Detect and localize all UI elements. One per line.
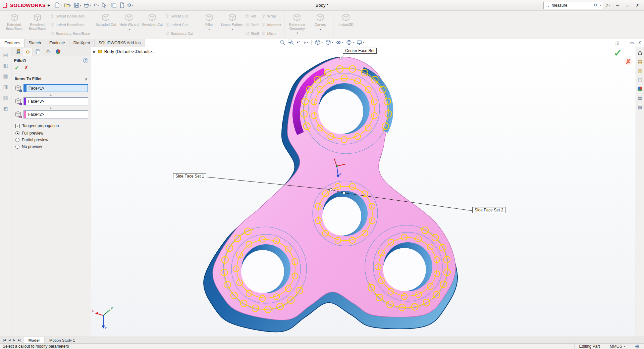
tab-motion-study-1[interactable]: Motion Study 1 — [45, 337, 80, 343]
edit-appearance-button[interactable]: ▾ — [346, 40, 354, 45]
items-to-fillet-header[interactable]: Items To Fillet ∧ — [11, 73, 91, 83]
shell-button[interactable]: Shell — [244, 31, 260, 36]
open-button[interactable]: ▾ — [63, 2, 72, 9]
partial-preview-radio[interactable] — [15, 138, 19, 142]
tab-model[interactable]: Model — [24, 337, 45, 343]
model-canvas[interactable]: zxyz — [91, 47, 636, 337]
tab-evaluate[interactable]: Evaluate — [45, 39, 69, 47]
left-tool-icon-5[interactable]: ▥ — [3, 95, 8, 101]
tile-windows-icon[interactable]: ◱ — [615, 40, 619, 46]
hole-wizard-button[interactable]: Hole Wizard▾ — [118, 11, 140, 39]
appearances-button[interactable] — [637, 86, 643, 92]
display-style-button[interactable]: ▾ — [325, 40, 333, 45]
minimize-button[interactable]: ─ — [613, 2, 622, 9]
file-properties-button[interactable] — [118, 2, 125, 9]
graphics-viewport[interactable]: zxyz ▶ Body (Default<<Default>... Center… — [91, 47, 636, 337]
revolved-cut-button[interactable]: Revolved Cut — [141, 11, 163, 39]
instant3d-button[interactable]: Instant3D — [335, 11, 357, 39]
callout-side-face-set-2[interactable]: Side Face Set 2 — [472, 207, 505, 213]
tangent-propagation-row[interactable]: ✓ Tangent propagation — [11, 119, 91, 130]
tab-dimxpert[interactable]: DimXpert — [69, 39, 95, 47]
fillet-button[interactable]: Fillet▾ — [198, 11, 220, 39]
view-settings-button[interactable]: ▾ — [357, 40, 364, 45]
next-tab-button[interactable]: ▶ — [12, 339, 16, 342]
zoom-to-area-button[interactable] — [288, 40, 294, 45]
menu-flyout-arrow[interactable]: ▶ — [48, 3, 50, 7]
checkbox-checked-icon[interactable]: ✓ — [15, 124, 20, 128]
custom-properties-button[interactable]: ▦ — [637, 95, 643, 101]
partial-preview-radio-row[interactable]: Partial preview — [11, 136, 91, 143]
restore-button[interactable]: ▭ — [623, 2, 632, 9]
expand-arrow-icon[interactable]: ▶ — [93, 50, 96, 53]
linear-pattern-button[interactable]: Linear Pattern▾ — [221, 11, 243, 39]
ok-button[interactable]: ✓ — [15, 65, 19, 71]
search-caret[interactable]: ▾ — [600, 4, 601, 7]
file-explorer-button[interactable]: ▥ — [637, 68, 643, 73]
confirmation-cancel-icon[interactable]: ✗ — [624, 58, 633, 66]
confirmation-ok-icon[interactable]: ✓ — [614, 47, 622, 59]
extruded-cut-button[interactable]: Extruded Cut — [95, 11, 117, 39]
tab-sketch[interactable]: Sketch — [24, 39, 45, 47]
face-selection-field-3[interactable]: Face<2> — [23, 110, 88, 118]
save-button[interactable]: ▾ — [73, 2, 82, 9]
left-tool-icon-6[interactable]: ◩ — [3, 105, 8, 111]
callout-side-face-set-1[interactable]: Side Face Set 1 — [173, 173, 206, 179]
displaymanager-tab[interactable] — [53, 48, 63, 56]
solidworks-resources-button[interactable] — [637, 50, 643, 55]
units-selector[interactable]: MMGS▾ — [605, 344, 630, 349]
intersect-button[interactable]: Intersect — [261, 22, 282, 28]
boundary-boss-base-button[interactable]: Boundary Boss/Base — [49, 31, 91, 36]
help-button[interactable]: ?▾ — [606, 3, 610, 8]
select-button[interactable]: ▾ — [101, 2, 109, 9]
rebuild-button[interactable] — [110, 2, 117, 9]
configurationmanager-tab[interactable] — [33, 48, 43, 56]
options-button[interactable]: ⚙▾ — [126, 2, 134, 9]
curves-button[interactable]: Curves▾ — [309, 11, 331, 39]
last-tab-button[interactable]: ▶| — [17, 339, 22, 342]
full-preview-radio-row[interactable]: Full preview — [11, 130, 91, 136]
document-recovery-button[interactable]: ▧ — [637, 104, 643, 110]
mirror-button[interactable]: Mirror — [261, 31, 282, 36]
propertymanager-tab[interactable]: ⚙ — [23, 48, 33, 56]
view-orientation-button[interactable]: ▾ — [315, 40, 323, 45]
doc-minimize-button[interactable]: ─ — [623, 40, 626, 46]
prev-tab-button[interactable]: ◀ — [7, 339, 11, 342]
tab-solidworks-add-ins[interactable]: SOLIDWORKS Add-Ins — [95, 39, 145, 47]
print-button[interactable]: ▾ — [83, 2, 92, 9]
face-selection-field-1[interactable]: Face<1> — [23, 84, 88, 92]
status-globe-cell[interactable] — [630, 344, 644, 349]
left-tool-icon-1[interactable]: ▤ — [3, 52, 8, 58]
dimxpertmanager-tab[interactable]: ⊕ — [43, 48, 53, 56]
rib-button[interactable]: Rib — [244, 13, 260, 19]
doc-close-button[interactable]: ✗ — [638, 40, 641, 46]
callout-center-face-set[interactable]: Center Face Set — [343, 48, 377, 54]
feature-tree-flyout[interactable]: ▶ Body (Default<<Default>... — [93, 49, 156, 54]
undo-button[interactable]: ↶▾ — [93, 2, 100, 9]
swept-cut-button[interactable]: Swept Cut — [164, 13, 194, 19]
cancel-button[interactable]: ✗ — [24, 65, 29, 71]
face-selection-field-2[interactable]: Face<3> — [23, 97, 88, 105]
extruded-boss-base-button[interactable]: Extruded Boss/Base — [3, 11, 25, 39]
doc-restore-button[interactable]: ▭ — [630, 40, 634, 46]
reference-geometry-button[interactable]: Reference Geometry▾ — [286, 11, 308, 39]
featuremanager-tree-tab[interactable] — [13, 48, 23, 56]
tab-features[interactable]: Features — [0, 39, 24, 47]
left-tool-icon-2[interactable]: ◧ — [3, 62, 8, 68]
swept-boss-base-button[interactable]: Swept Boss/Base — [49, 13, 91, 19]
close-button[interactable]: ✗ — [633, 2, 642, 9]
wrap-button[interactable]: Wrap — [261, 13, 282, 19]
search-icon[interactable] — [594, 3, 598, 8]
hide-show-items-button[interactable]: ▾ — [336, 40, 343, 45]
no-preview-radio-row[interactable]: No preview — [11, 143, 91, 150]
previous-view-button[interactable]: ↶ — [297, 40, 301, 45]
revolved-boss-base-button[interactable]: Revolved Boss/Base — [26, 11, 48, 39]
left-tool-icon-4[interactable]: ◨ — [3, 84, 8, 90]
no-preview-radio[interactable] — [15, 145, 19, 149]
design-library-button[interactable]: ▤ — [637, 59, 643, 64]
search-input[interactable] — [551, 3, 592, 8]
left-tool-icon-3[interactable]: ▦ — [3, 73, 8, 79]
help-icon[interactable]: ? — [83, 58, 88, 63]
boundary-cut-button[interactable]: Boundary Cut — [164, 31, 194, 36]
first-tab-button[interactable]: |◀ — [2, 339, 7, 342]
new-document-button[interactable]: ▾ — [54, 2, 62, 9]
